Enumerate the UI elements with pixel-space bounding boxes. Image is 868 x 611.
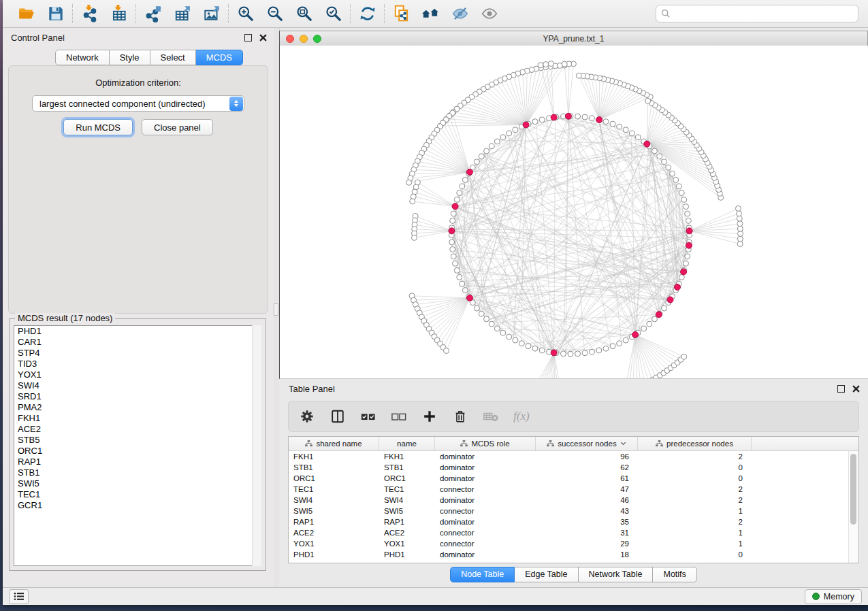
- graph-node[interactable]: [589, 116, 594, 121]
- graph-node[interactable]: [494, 326, 500, 331]
- table-cell[interactable]: STB1: [289, 463, 379, 472]
- graph-node[interactable]: [603, 119, 609, 125]
- task-history-button[interactable]: [9, 589, 29, 604]
- zoom-in-icon[interactable]: [236, 5, 255, 23]
- graph-node[interactable]: [596, 348, 602, 353]
- mcds-result-item[interactable]: RAP1: [14, 457, 261, 467]
- table-cell[interactable]: 1: [638, 529, 752, 537]
- mcds-result-item[interactable]: PHD1: [14, 326, 261, 337]
- table-cell[interactable]: 18: [536, 550, 638, 559]
- network-window-titlebar[interactable]: YPA_prune.txt_1: [279, 31, 868, 46]
- graph-node[interactable]: [454, 197, 460, 202]
- table-cell[interactable]: 46: [536, 496, 638, 504]
- graph-hub-node[interactable]: [466, 169, 472, 175]
- table-cell[interactable]: 35: [536, 518, 638, 526]
- graph-node[interactable]: [685, 254, 690, 259]
- graph-satellite-node[interactable]: [738, 231, 743, 237]
- table-cell[interactable]: connector: [435, 540, 536, 548]
- graph-node[interactable]: [513, 127, 518, 133]
- show-all-icon[interactable]: [480, 5, 498, 23]
- open-file-icon[interactable]: [17, 5, 35, 23]
- graph-node[interactable]: [500, 330, 506, 335]
- graph-satellite-node[interactable]: [576, 73, 581, 78]
- graph-node[interactable]: [582, 350, 588, 356]
- graph-satellite-node[interactable]: [737, 242, 743, 247]
- float-table-panel-icon[interactable]: [837, 385, 845, 393]
- refresh-view-icon[interactable]: [358, 5, 376, 23]
- graph-node[interactable]: [652, 148, 657, 154]
- graph-hub-node[interactable]: [466, 295, 472, 301]
- column-header-successor-nodes[interactable]: successor nodes: [536, 437, 638, 450]
- export-table-icon[interactable]: [173, 5, 191, 23]
- graph-node[interactable]: [532, 346, 538, 351]
- mcds-result-item[interactable]: STB1: [14, 467, 261, 478]
- graph-satellite-node[interactable]: [543, 62, 549, 67]
- graph-satellite-node[interactable]: [737, 226, 743, 231]
- graph-node[interactable]: [676, 184, 681, 189]
- mcds-result-item[interactable]: YOX1: [14, 369, 261, 380]
- graph-node[interactable]: [686, 218, 691, 223]
- table-row[interactable]: SWI5SWI5connector431: [289, 506, 849, 516]
- graph-hub-node[interactable]: [686, 228, 692, 234]
- graph-node[interactable]: [494, 139, 500, 144]
- table-cell[interactable]: 43: [536, 507, 638, 515]
- mcds-result-item[interactable]: TID3: [14, 359, 261, 369]
- graph-node[interactable]: [641, 326, 647, 331]
- network-canvas[interactable]: [280, 46, 868, 378]
- graph-node[interactable]: [684, 204, 689, 210]
- table-cell[interactable]: 0: [638, 463, 752, 472]
- graph-satellite-node[interactable]: [410, 199, 415, 204]
- graph-satellite-node[interactable]: [737, 221, 743, 227]
- mcds-result-item[interactable]: GCR1: [14, 500, 261, 511]
- table-cell[interactable]: 61: [536, 474, 638, 482]
- tab-node-table[interactable]: Node Table: [450, 567, 515, 582]
- table-cell[interactable]: SWI4: [379, 496, 435, 504]
- table-cell[interactable]: RAP1: [289, 518, 379, 526]
- graph-node[interactable]: [582, 114, 588, 120]
- table-cell[interactable]: 62: [536, 463, 638, 472]
- graph-node[interactable]: [507, 334, 512, 340]
- table-row[interactable]: PHD1PHD1dominator180: [289, 549, 849, 560]
- table-cell[interactable]: connector: [435, 529, 536, 537]
- graph-node[interactable]: [507, 131, 512, 136]
- table-cell[interactable]: PHD1: [289, 550, 379, 559]
- graph-satellite-node[interactable]: [406, 180, 412, 185]
- table-cell[interactable]: SWI5: [379, 507, 435, 515]
- mcds-result-item[interactable]: STP4: [14, 348, 261, 359]
- graph-node[interactable]: [575, 114, 581, 119]
- graph-node[interactable]: [519, 341, 524, 346]
- graph-node[interactable]: [449, 240, 455, 245]
- table-row[interactable]: RAP1RAP1dominator352: [289, 516, 849, 527]
- graph-node[interactable]: [652, 316, 657, 322]
- graph-hub-node[interactable]: [551, 114, 557, 120]
- mcds-result-item[interactable]: PMA2: [14, 402, 261, 413]
- graph-node[interactable]: [589, 349, 594, 354]
- show-column-pane-icon[interactable]: [329, 408, 346, 425]
- graph-node[interactable]: [457, 274, 462, 280]
- delete-column-trash-icon[interactable]: [452, 408, 468, 425]
- graph-node[interactable]: [666, 165, 671, 170]
- export-image-icon[interactable]: [202, 5, 221, 23]
- table-cell[interactable]: dominator: [435, 474, 536, 482]
- close-panel-button[interactable]: Close panel: [142, 119, 213, 135]
- zoom-selected-icon[interactable]: [324, 5, 342, 23]
- column-header-predecessor-nodes[interactable]: predecessor nodes: [638, 437, 752, 450]
- network-view[interactable]: [279, 46, 868, 379]
- graph-node[interactable]: [454, 267, 460, 273]
- graph-node[interactable]: [532, 119, 538, 125]
- graph-node[interactable]: [474, 306, 479, 311]
- graph-node[interactable]: [629, 131, 634, 136]
- graph-hub-node[interactable]: [644, 141, 650, 147]
- table-cell[interactable]: 1: [638, 540, 752, 548]
- graph-satellite-node[interactable]: [737, 216, 742, 221]
- graph-hub-node[interactable]: [674, 284, 680, 290]
- graph-hub-node[interactable]: [452, 203, 458, 210]
- graph-node[interactable]: [484, 316, 489, 322]
- table-cell[interactable]: 2: [638, 518, 752, 526]
- table-settings-gear-icon[interactable]: [299, 408, 315, 425]
- tab-network-table[interactable]: Network Table: [579, 567, 654, 582]
- graph-node[interactable]: [623, 127, 628, 133]
- table-cell[interactable]: PHD1: [379, 550, 435, 559]
- table-scrollbar-thumb[interactable]: [850, 454, 856, 525]
- graph-satellite-node[interactable]: [538, 63, 543, 68]
